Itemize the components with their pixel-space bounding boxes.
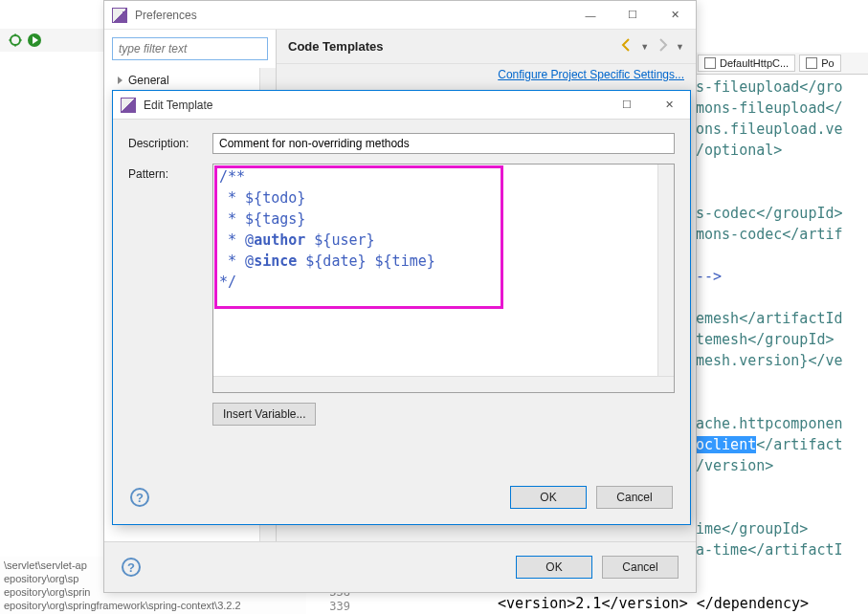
close-button[interactable]: ✕ [648, 92, 690, 119]
file-icon [806, 57, 817, 69]
page-title: Code Templates [288, 39, 619, 54]
ide-toolbar [0, 29, 105, 52]
ok-button[interactable]: OK [516, 556, 592, 579]
edit-template-title: Edit Template [144, 99, 606, 112]
minimize-button[interactable]: — [569, 2, 612, 29]
svg-point-0 [11, 35, 20, 45]
tree-item-label: General [128, 74, 169, 87]
help-icon[interactable]: ? [122, 558, 141, 577]
description-input[interactable] [212, 133, 675, 154]
editor-tab[interactable]: DefaultHttpC... [698, 55, 795, 72]
background-xml-bottom: <version>2.1</version> </dependency> [498, 593, 809, 614]
file-icon [704, 57, 716, 69]
insert-variable-button[interactable]: Insert Variable... [212, 403, 316, 426]
tree-item-general[interactable]: General [104, 72, 259, 89]
edit-template-dialog: Edit Template ☐ ✕ Description: Pattern: … [112, 90, 691, 525]
pattern-label: Pattern: [128, 164, 205, 393]
help-icon[interactable]: ? [130, 488, 149, 507]
filter-input[interactable] [112, 37, 268, 60]
ok-button[interactable]: OK [510, 486, 587, 509]
edit-template-titlebar: Edit Template ☐ ✕ [113, 91, 690, 120]
cancel-button[interactable]: Cancel [596, 486, 673, 509]
horizontal-scrollbar[interactable] [213, 376, 674, 392]
dropdown-icon[interactable]: ▼ [676, 42, 684, 52]
configure-project-link[interactable]: Configure Project Specific Settings... [498, 68, 684, 81]
editor-tabs: DefaultHttpC... Po [696, 53, 868, 75]
tab-label: DefaultHttpC... [720, 57, 789, 69]
chevron-right-icon [118, 77, 122, 84]
cancel-button[interactable]: Cancel [602, 556, 679, 579]
background-code: s-fileupload</gro mons-fileupload</ ons.… [696, 77, 868, 560]
nav-back-icon[interactable] [619, 37, 634, 55]
eclipse-icon [112, 8, 127, 23]
nav-forward-icon[interactable] [655, 37, 670, 55]
preferences-title: Preferences [135, 9, 569, 22]
tab-label: Po [821, 57, 834, 69]
debug-icon[interactable] [8, 33, 23, 48]
maximize-button[interactable]: ☐ [606, 92, 648, 119]
description-label: Description: [128, 133, 205, 154]
close-button[interactable]: ✕ [654, 2, 696, 29]
vertical-scrollbar[interactable] [657, 164, 674, 376]
eclipse-icon [121, 98, 136, 113]
preferences-titlebar: Preferences — ☐ ✕ [104, 1, 696, 30]
pattern-text[interactable]: /** * ${todo} * ${tags} * @author ${user… [213, 164, 674, 392]
editor-tab[interactable]: Po [799, 55, 840, 72]
pattern-editor[interactable]: /** * ${todo} * ${tags} * @author ${user… [212, 164, 675, 393]
run-icon[interactable] [27, 33, 42, 48]
maximize-button[interactable]: ☐ [612, 2, 654, 29]
dropdown-icon[interactable]: ▼ [640, 42, 649, 52]
